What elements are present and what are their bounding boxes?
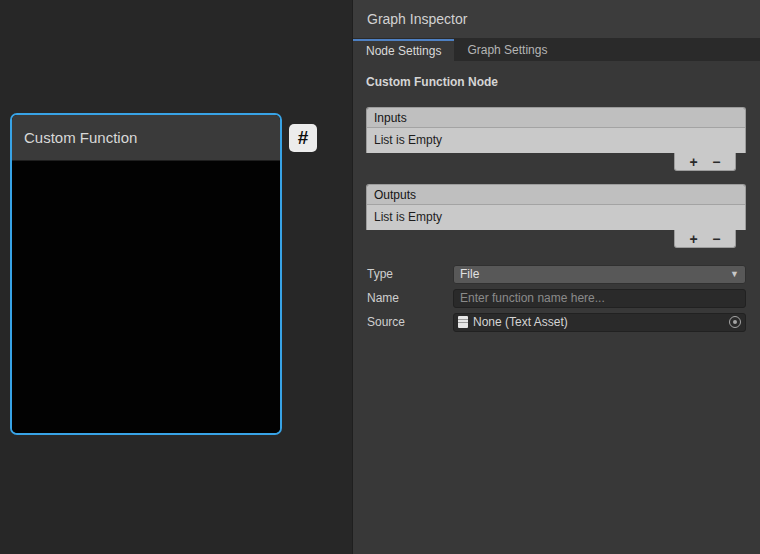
node-settings-fields: Type File ▼ Name Source None (Text Asset… — [366, 264, 746, 332]
hash-badge-icon[interactable]: # — [289, 124, 317, 152]
outputs-list-footer: + − — [674, 230, 736, 248]
type-label: Type — [366, 267, 453, 281]
object-picker-icon[interactable] — [729, 316, 741, 328]
name-label: Name — [366, 291, 453, 305]
inputs-list-header: Inputs — [367, 108, 745, 128]
inspector-title: Graph Inspector — [353, 0, 760, 39]
tab-node-settings[interactable]: Node Settings — [353, 39, 454, 61]
inspector-tabbar: Node Settings Graph Settings — [353, 39, 760, 61]
source-field-row: Source None (Text Asset) — [366, 312, 746, 332]
outputs-list-header: Outputs — [367, 185, 745, 205]
type-dropdown[interactable]: File ▼ — [453, 265, 746, 284]
graph-canvas[interactable]: Custom Function # — [0, 0, 353, 554]
text-asset-icon — [458, 316, 468, 328]
app-window: Custom Function # Graph Inspector Node S… — [0, 0, 760, 554]
tab-graph-settings[interactable]: Graph Settings — [454, 39, 560, 61]
node-settings-heading: Custom Function Node — [366, 75, 746, 89]
source-object-value: None (Text Asset) — [473, 315, 568, 329]
type-field-row: Type File ▼ — [366, 264, 746, 284]
inputs-remove-button[interactable]: − — [712, 155, 720, 169]
inspector-content: Custom Function Node Inputs List is Empt… — [353, 61, 760, 332]
inputs-empty-row: List is Empty — [367, 128, 745, 153]
type-dropdown-value: File — [460, 267, 479, 281]
function-name-input[interactable] — [453, 289, 746, 308]
chevron-down-icon: ▼ — [730, 269, 739, 279]
name-field-row: Name — [366, 288, 746, 308]
source-object-field[interactable]: None (Text Asset) — [453, 313, 746, 332]
node-header[interactable]: Custom Function — [12, 115, 280, 161]
outputs-remove-button[interactable]: − — [712, 232, 720, 246]
outputs-empty-row: List is Empty — [367, 205, 745, 230]
graph-inspector-panel: Graph Inspector Node Settings Graph Sett… — [352, 0, 760, 554]
source-label: Source — [366, 315, 453, 329]
outputs-add-button[interactable]: + — [690, 232, 698, 246]
node-body — [12, 161, 280, 435]
inputs-add-button[interactable]: + — [690, 155, 698, 169]
outputs-list: Outputs List is Empty — [366, 184, 746, 230]
inputs-list-footer: + − — [674, 153, 736, 171]
inputs-list: Inputs List is Empty — [366, 107, 746, 153]
custom-function-node[interactable]: Custom Function — [10, 113, 282, 435]
node-title: Custom Function — [24, 129, 137, 146]
